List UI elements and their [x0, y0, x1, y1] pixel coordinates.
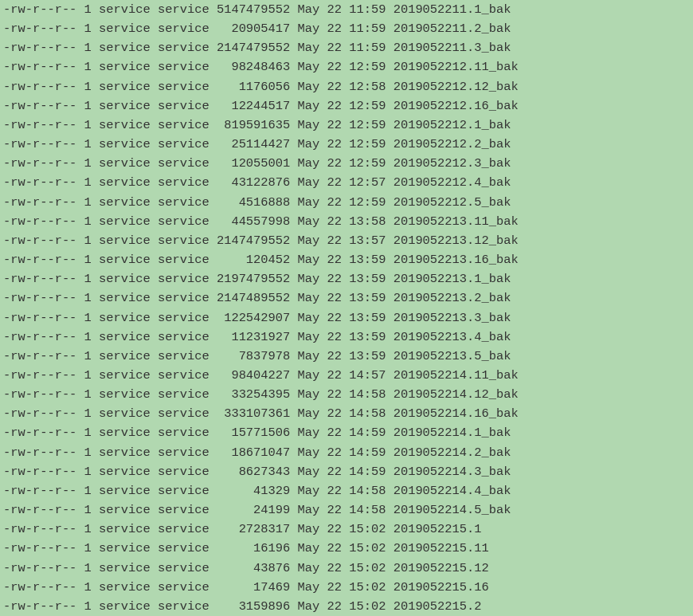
permissions: -rw-r--r--	[3, 195, 76, 210]
time: 14:58	[349, 503, 386, 517]
group: service	[158, 41, 209, 55]
permissions: -rw-r--r--	[3, 60, 76, 74]
link-count: 1	[84, 233, 92, 248]
group: service	[158, 233, 209, 248]
owner: service	[99, 349, 151, 363]
permissions: -rw-r--r--	[3, 406, 76, 421]
month: May	[298, 233, 320, 248]
time: 11:59	[349, 2, 386, 17]
file-size: 2197479552	[217, 272, 290, 286]
permissions: -rw-r--r--	[3, 426, 76, 440]
time: 11:59	[349, 22, 386, 36]
file-name: 2019052214.1_bak	[393, 426, 511, 440]
permissions: -rw-r--r--	[3, 580, 76, 594]
month: May	[298, 118, 320, 132]
file-size: 8627343	[217, 465, 290, 479]
day: 22	[327, 522, 342, 536]
owner: service	[99, 214, 151, 229]
owner: service	[99, 195, 151, 210]
month: May	[298, 406, 320, 421]
file-row: -rw-r--r-- 1 service service 11231927 Ma…	[3, 328, 690, 347]
link-count: 1	[84, 465, 92, 479]
owner: service	[99, 156, 151, 171]
month: May	[298, 195, 320, 210]
link-count: 1	[84, 2, 92, 17]
day: 22	[327, 541, 342, 555]
group: service	[158, 561, 209, 575]
time: 13:59	[349, 311, 386, 325]
owner: service	[99, 541, 151, 555]
file-row: -rw-r--r-- 1 service service 43876 May 2…	[3, 559, 690, 578]
file-row: -rw-r--r-- 1 service service 16196 May 2…	[3, 539, 690, 558]
permissions: -rw-r--r--	[3, 175, 76, 190]
month: May	[298, 465, 320, 479]
file-row: -rw-r--r-- 1 service service 33254395 Ma…	[3, 385, 690, 404]
permissions: -rw-r--r--	[3, 233, 76, 248]
day: 22	[327, 214, 342, 229]
file-size: 2147489552	[217, 291, 290, 305]
file-size: 2728317	[217, 522, 290, 536]
permissions: -rw-r--r--	[3, 272, 76, 286]
file-name: 2019052215.11	[393, 541, 489, 555]
file-row: -rw-r--r-- 1 service service 98404227 Ma…	[3, 366, 690, 385]
owner: service	[99, 22, 151, 36]
permissions: -rw-r--r--	[3, 311, 76, 325]
day: 22	[327, 137, 342, 151]
time: 14:58	[349, 406, 386, 421]
file-size: 98404227	[217, 368, 290, 383]
file-row: -rw-r--r-- 1 service service 3159896 May…	[3, 597, 690, 616]
permissions: -rw-r--r--	[3, 503, 76, 517]
day: 22	[327, 291, 342, 305]
owner: service	[99, 330, 151, 344]
owner: service	[99, 503, 151, 517]
time: 13:57	[349, 233, 386, 248]
day: 22	[327, 195, 342, 210]
month: May	[298, 80, 320, 94]
link-count: 1	[84, 311, 92, 325]
file-name: 2019052213.12_bak	[393, 233, 519, 248]
file-row: -rw-r--r-- 1 service service 122542907 M…	[3, 308, 690, 328]
group: service	[158, 272, 209, 286]
group: service	[158, 445, 209, 460]
time: 12:58	[349, 80, 386, 94]
file-row: -rw-r--r-- 1 service service 12055001 Ma…	[3, 154, 690, 173]
permissions: -rw-r--r--	[3, 484, 76, 498]
file-row: -rw-r--r-- 1 service service 17469 May 2…	[3, 578, 690, 597]
link-count: 1	[84, 291, 92, 305]
file-name: 2019052212.1_bak	[393, 118, 511, 132]
file-row: -rw-r--r-- 1 service service 120452 May …	[3, 250, 690, 269]
day: 22	[327, 580, 342, 594]
link-count: 1	[84, 80, 92, 94]
file-size: 24199	[217, 503, 290, 517]
group: service	[158, 291, 209, 305]
day: 22	[327, 465, 342, 479]
day: 22	[327, 368, 342, 383]
day: 22	[327, 233, 342, 248]
file-name: 2019052213.16_bak	[393, 253, 519, 267]
month: May	[298, 99, 320, 113]
time: 14:59	[349, 426, 386, 440]
file-name: 2019052214.2_bak	[393, 445, 511, 460]
permissions: -rw-r--r--	[3, 156, 76, 171]
month: May	[298, 387, 320, 402]
day: 22	[327, 311, 342, 325]
permissions: -rw-r--r--	[3, 330, 76, 344]
group: service	[158, 368, 209, 383]
time: 14:59	[349, 465, 386, 479]
file-row: -rw-r--r-- 1 service service 2147489552 …	[3, 288, 690, 308]
time: 14:58	[349, 484, 386, 498]
link-count: 1	[84, 137, 92, 151]
file-size: 11231927	[217, 330, 290, 344]
month: May	[298, 580, 320, 594]
day: 22	[327, 561, 342, 575]
ls-output: -rw-r--r-- 1 service service 5147479552 …	[0, 0, 693, 616]
link-count: 1	[84, 195, 92, 210]
day: 22	[327, 22, 342, 36]
file-name: 2019052213.2_bak	[393, 291, 511, 305]
month: May	[298, 330, 320, 344]
owner: service	[99, 465, 151, 479]
owner: service	[99, 311, 151, 325]
day: 22	[327, 80, 342, 94]
file-size: 2147479552	[217, 41, 290, 55]
file-name: 2019052211.3_bak	[393, 41, 511, 55]
